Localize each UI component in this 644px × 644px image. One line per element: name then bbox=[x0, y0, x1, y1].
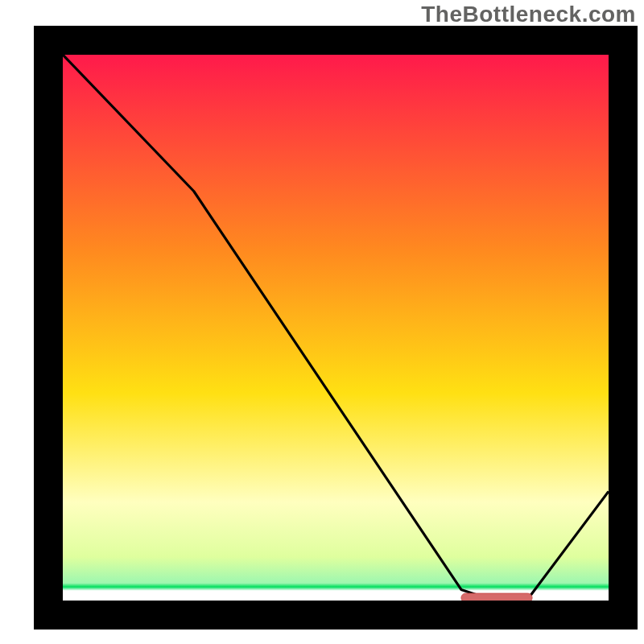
watermark-label: TheBottleneck.com bbox=[421, 2, 636, 27]
bottleneck-chart bbox=[0, 0, 644, 644]
plot-background-gradient bbox=[63, 55, 609, 601]
chart-container: TheBottleneck.com bbox=[0, 0, 644, 644]
